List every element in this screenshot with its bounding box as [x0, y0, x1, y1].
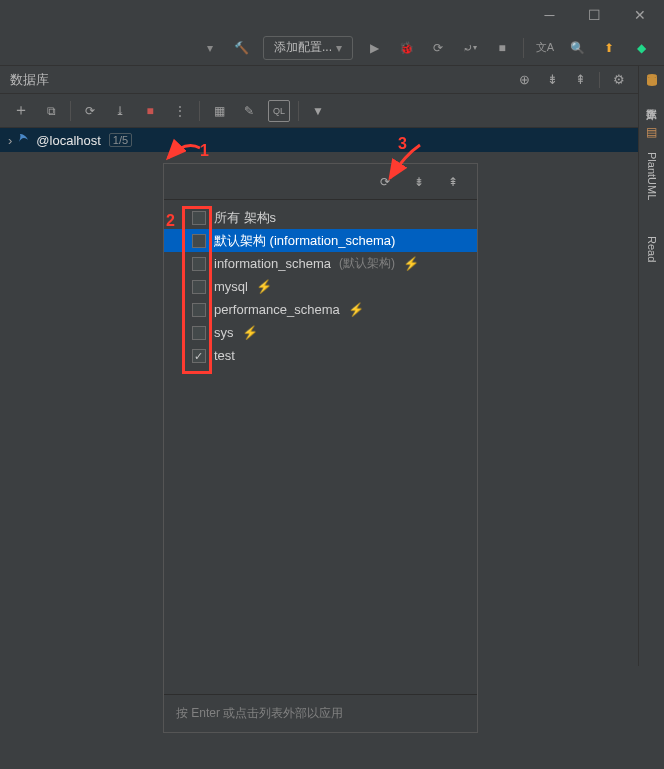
refresh-button[interactable]: ⟳ [79, 100, 101, 122]
schema-label: mysql [214, 279, 248, 294]
window-maximize-button[interactable]: ☐ [572, 1, 617, 29]
add-button[interactable]: ＋ [10, 100, 32, 122]
introspect-button[interactable]: ⤓ [109, 100, 131, 122]
duplicate-button[interactable]: ⧉ [40, 100, 62, 122]
datasource-name: @localhost [36, 133, 101, 148]
annotation-number-2: 2 [166, 212, 175, 230]
datasource-tree-row[interactable]: › @localhost 1/5 [0, 128, 664, 152]
collapse-all-icon[interactable]: ⇞ [571, 71, 589, 89]
database-tab-icon[interactable] [644, 72, 660, 88]
right-tool-strip: 数据库 ▤ PlantUML Read [638, 66, 664, 666]
run-icon[interactable]: ▶ [363, 37, 385, 59]
annotation-number-3: 3 [398, 135, 407, 153]
table-editor-icon[interactable]: ▦ [208, 100, 230, 122]
annotation-arrow-3 [380, 140, 440, 185]
database-panel-header: 数据库 ⊕ ⇟ ⇞ ⚙ — [0, 66, 664, 94]
search-icon[interactable]: 🔍 [566, 37, 588, 59]
chevron-right-icon[interactable]: › [8, 133, 12, 148]
schema-label: 默认架构 (information_schema) [214, 232, 395, 250]
bolt-icon: ⚡ [256, 279, 272, 294]
database-tab[interactable]: 数据库 [644, 94, 659, 106]
window-minimize-button[interactable]: ─ [527, 1, 572, 29]
panel-title: 数据库 [10, 71, 49, 89]
schema-count-badge[interactable]: 1/5 [109, 133, 132, 147]
stop-icon[interactable]: ■ [491, 37, 513, 59]
separator [298, 101, 299, 121]
run-config-dropdown[interactable]: 添加配置...▾ [263, 36, 353, 60]
main-toolbar: ▾ 🔨 添加配置...▾ ▶ 🐞 ⟳ ⤾▾ ■ 文A 🔍 ⬆ ◆ [0, 30, 664, 66]
schema-label: 所有 架构s [214, 209, 276, 227]
schema-label: information_schema [214, 256, 331, 271]
annotation-number-1: 1 [200, 142, 209, 160]
title-bar: ─ ☐ ✕ [0, 0, 664, 30]
profile-icon[interactable]: ⤾▾ [459, 37, 481, 59]
translate-icon[interactable]: 文A [534, 37, 556, 59]
user-icon[interactable]: ▾ [199, 37, 221, 59]
schema-label: performance_schema [214, 302, 340, 317]
annotation-box-2 [182, 206, 212, 374]
target-icon[interactable]: ⊕ [515, 71, 533, 89]
update-icon[interactable]: ⬆ [598, 37, 620, 59]
settings-icon[interactable]: ⚙ [610, 71, 628, 89]
expand-all-icon[interactable]: ⇟ [543, 71, 561, 89]
jetbrains-icon[interactable]: ◆ [630, 37, 652, 59]
window-close-button[interactable]: ✕ [617, 1, 662, 29]
plantuml-tab[interactable]: PlantUML [646, 146, 658, 206]
schema-hint: (默认架构) [339, 255, 395, 272]
stop-button[interactable]: ■ [139, 100, 161, 122]
popup-collapse-icon[interactable]: ⇞ [443, 172, 463, 192]
query-console-icon[interactable]: QL [268, 100, 290, 122]
svg-point-0 [647, 74, 657, 78]
read-tab[interactable]: Read [646, 230, 658, 268]
coverage-icon[interactable]: ⟳ [427, 37, 449, 59]
mysql-icon [16, 131, 32, 150]
separator [70, 101, 71, 121]
database-toolbar: ＋ ⧉ ⟳ ⤓ ■ ⋮ ▦ ✎ QL ▼ [0, 94, 664, 128]
schema-label: sys [214, 325, 234, 340]
debug-icon[interactable]: 🐞 [395, 37, 417, 59]
separator [599, 72, 600, 88]
separator [199, 101, 200, 121]
separator [523, 38, 524, 58]
edit-icon[interactable]: ✎ [238, 100, 260, 122]
plantuml-tab-icon[interactable]: ▤ [644, 124, 660, 140]
schema-label: test [214, 348, 235, 363]
more-icon[interactable]: ⋮ [169, 100, 191, 122]
bolt-icon: ⚡ [242, 325, 258, 340]
bolt-icon: ⚡ [348, 302, 364, 317]
bolt-icon: ⚡ [403, 256, 419, 271]
filter-icon[interactable]: ▼ [307, 100, 329, 122]
build-icon[interactable]: 🔨 [231, 37, 253, 59]
popup-footer-hint: 按 Enter 或点击列表外部以应用 [164, 694, 477, 732]
